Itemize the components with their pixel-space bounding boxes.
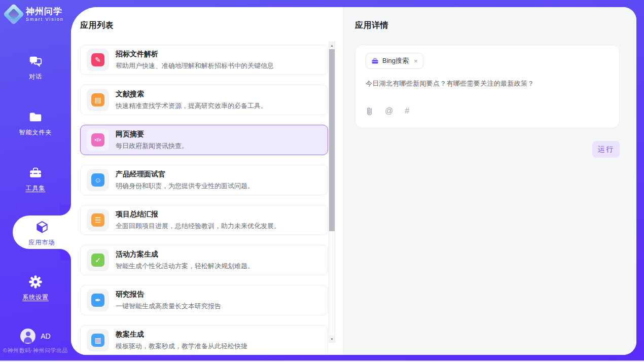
books-icon: ▥ bbox=[87, 329, 109, 351]
pen-edit-icon: ✎ bbox=[87, 49, 109, 71]
briefcase-icon bbox=[371, 57, 379, 65]
app-name: 教案生成 bbox=[116, 330, 247, 339]
toolbox-icon bbox=[0, 165, 71, 180]
app-desc: 全面回顾项目进展，总结经验教训，助力未来优化发展。 bbox=[116, 222, 280, 231]
sidebar-item-chat[interactable]: 对话 bbox=[0, 54, 71, 81]
list-item[interactable]: ✓ 活动方案生成 智能生成个性化活动方案，轻松解决规划难题。 bbox=[80, 245, 328, 275]
app-desc: 一键智能生成高质量长文本研究报告 bbox=[116, 302, 221, 311]
paperclip-icon[interactable] bbox=[366, 106, 373, 116]
app-name: 招标文件解析 bbox=[116, 50, 274, 59]
sidebar: 神州问学 Smart Vision 对话 智能文件夹 bbox=[0, 0, 71, 362]
prompt-card[interactable]: Bing搜索 × 今日湖北有哪些新闻要点？有哪些需要关注的最新政策？ @ # bbox=[355, 45, 620, 128]
clipboard-icon: ☰ bbox=[87, 209, 109, 231]
app-desc: 模板驱动，教案秒成，教学准备从此轻松快捷 bbox=[116, 342, 247, 351]
copyright-footer: ©神州数码·神州问学出品 bbox=[0, 347, 71, 354]
list-item[interactable]: ☰ 项目总结汇报 全面回顾项目进展，总结经验教训，助力未来优化发展。 bbox=[80, 205, 328, 235]
app-desc: 帮助用户快速、准确地理解和解析招标书中的关键信息 bbox=[116, 61, 274, 70]
research-icon: ✒ bbox=[87, 289, 109, 311]
prompt-text[interactable]: 今日湖北有哪些新闻要点？有哪些需要关注的最新政策？ bbox=[366, 79, 609, 88]
app-desc: 每日政府新闻资讯快查。 bbox=[116, 141, 188, 151]
list-item[interactable]: ▤ 文献搜索 快速精准查找学术资源，提高研究效率的必备工具。 bbox=[80, 85, 328, 115]
page-title: 应用列表 bbox=[80, 20, 343, 31]
pill-concave-top bbox=[60, 204, 71, 215]
folder-icon bbox=[0, 110, 71, 125]
avatar bbox=[20, 329, 35, 344]
sidebar-item-label: 应用市场 bbox=[13, 238, 71, 247]
list-item[interactable]: ☺ 产品经理面试官 明确身份和职责，为您提供专业性的面试问题。 bbox=[80, 165, 328, 195]
sidebar-item-label: 系统设置 bbox=[0, 293, 71, 302]
sidebar-item-toolset[interactable]: 工具集 bbox=[0, 165, 71, 193]
brand-name: 神州问学 bbox=[26, 7, 64, 17]
user-account[interactable]: AD bbox=[0, 329, 71, 344]
list-item[interactable]: ✒ 研究报告 一键智能生成高质量长文本研究报告 bbox=[80, 285, 328, 315]
hash-icon[interactable]: # bbox=[405, 107, 409, 115]
list-item-selected[interactable]: </> 网页摘要 每日政府新闻资讯快查。 bbox=[80, 125, 328, 155]
app-desc: 快速精准查找学术资源，提高研究效率的必备工具。 bbox=[116, 101, 267, 111]
book-icon: ▤ bbox=[87, 89, 109, 111]
run-row: 运行 bbox=[355, 141, 620, 158]
sidebar-item-settings[interactable]: 系统设置 bbox=[0, 274, 71, 302]
app-list-panel: 应用列表 ✎ 招标文件解析 帮助用户快速、准确地理解和解析招标书中的关键信息 ▤… bbox=[71, 7, 343, 355]
cube-icon bbox=[13, 220, 71, 237]
sidebar-item-app-market[interactable]: 应用市场 bbox=[13, 215, 71, 249]
close-icon[interactable]: × bbox=[414, 58, 418, 64]
brand-diamond-icon bbox=[3, 4, 24, 25]
scrollbar-thumb[interactable] bbox=[329, 49, 335, 231]
app-name: 项目总结汇报 bbox=[116, 210, 280, 219]
app-desc: 明确身份和职责，为您提供专业性的面试问题。 bbox=[116, 182, 254, 191]
list-item[interactable]: ▥ 教案生成 模板驱动，教案秒成，教学准备从此轻松快捷 bbox=[80, 325, 328, 355]
scroll-down-icon[interactable]: ▼ bbox=[329, 336, 335, 342]
scroll-up-icon[interactable]: ▲ bbox=[329, 42, 335, 49]
app-name: 活动方案生成 bbox=[116, 250, 254, 259]
app-list: ✎ 招标文件解析 帮助用户快速、准确地理解和解析招标书中的关键信息 ▤ 文献搜索… bbox=[80, 45, 343, 355]
clipboard-check-icon: ✓ bbox=[87, 249, 109, 271]
list-item[interactable]: ✎ 招标文件解析 帮助用户快速、准确地理解和解析招标书中的关键信息 bbox=[80, 45, 328, 75]
web-code-icon: </> bbox=[87, 129, 109, 151]
sidebar-item-label: 对话 bbox=[0, 73, 71, 81]
main-content: 应用列表 ✎ 招标文件解析 帮助用户快速、准确地理解和解析招标书中的关键信息 ▤… bbox=[71, 7, 636, 355]
brand-tagline: Smart Vision bbox=[26, 17, 64, 22]
app-name: 研究报告 bbox=[116, 290, 221, 299]
sidebar-item-label: 智能文件夹 bbox=[0, 128, 71, 137]
gear-icon bbox=[0, 274, 71, 289]
app-name: 网页摘要 bbox=[116, 130, 188, 139]
sidebar-item-label: 工具集 bbox=[0, 184, 71, 193]
interviewer-icon: ☺ bbox=[87, 169, 109, 191]
tool-chip-bing-search[interactable]: Bing搜索 × bbox=[366, 53, 423, 69]
prompt-toolbar: @ # bbox=[366, 106, 609, 116]
chat-icon bbox=[0, 54, 71, 69]
app-name: 产品经理面试官 bbox=[116, 170, 254, 179]
scrollbar[interactable]: ▲ ▼ bbox=[329, 42, 335, 343]
sidebar-item-smart-folder[interactable]: 智能文件夹 bbox=[0, 110, 71, 137]
app-desc: 智能生成个性化活动方案，轻松解决规划难题。 bbox=[116, 262, 254, 271]
detail-title: 应用详情 bbox=[355, 20, 636, 31]
brand-logo: 神州问学 Smart Vision bbox=[6, 7, 64, 22]
run-button[interactable]: 运行 bbox=[592, 141, 620, 158]
user-name: AD bbox=[41, 332, 50, 340]
at-icon[interactable]: @ bbox=[385, 107, 393, 115]
app-detail-panel: 应用详情 Bing搜索 × 今日湖北有哪些新闻要点？有哪些需要关注的最新政策？ … bbox=[343, 7, 636, 355]
chip-label: Bing搜索 bbox=[382, 56, 409, 65]
app-name: 文献搜索 bbox=[116, 90, 267, 99]
pill-concave-bottom bbox=[60, 249, 71, 260]
